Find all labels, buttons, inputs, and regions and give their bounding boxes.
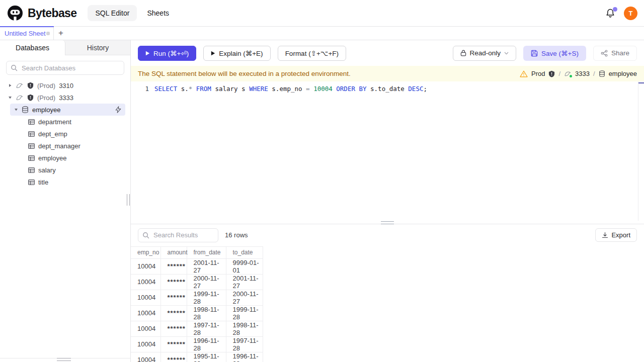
nav-sheets[interactable]: Sheets — [143, 5, 173, 21]
share-button[interactable]: Share — [593, 46, 637, 61]
editor-panel: Run (⌘+⏎) Explain (⌘+E) Format (⇧+⌥+F) R… — [131, 40, 644, 362]
cell[interactable]: 2001-11-27 — [226, 274, 263, 290]
table-icon — [28, 143, 35, 149]
cell[interactable]: 2000-11-27 — [187, 274, 226, 290]
explain-button-label: Explain (⌘+E) — [219, 49, 263, 57]
caret-right-icon[interactable] — [8, 83, 12, 87]
play-icon — [145, 51, 150, 56]
cell-masked[interactable]: ****** — [160, 258, 187, 274]
breadcrumb-separator: / — [558, 70, 560, 77]
sql-line[interactable]: 1 SELECT s.* FROM salary s WHERE s.emp_n… — [131, 82, 644, 95]
cell[interactable]: 1997-11-28 — [187, 321, 226, 336]
cell[interactable]: 1998-11-28 — [187, 305, 226, 321]
editor-toolbar: Run (⌘+⏎) Explain (⌘+E) Format (⇧+⌥+F) R… — [131, 40, 644, 66]
breadcrumb-environment: Prod — [531, 70, 545, 77]
cell[interactable]: 1995-11-29 — [187, 352, 226, 362]
tree-table-dept-manager[interactable]: dept_manager — [0, 140, 130, 152]
cell[interactable]: 10004 — [131, 305, 160, 321]
tree-instance-3333[interactable]: (Prod) 3333 — [0, 92, 130, 104]
mysql-status — [564, 70, 572, 77]
tree-table-dept-emp[interactable]: dept_emp — [0, 128, 130, 140]
cell[interactable]: 10004 — [131, 321, 160, 336]
cell[interactable]: 1997-11-28 — [226, 336, 263, 352]
cell[interactable]: 2001-11-27 — [187, 258, 226, 274]
tree-table-department[interactable]: department — [0, 116, 130, 128]
mysql-icon — [16, 94, 24, 102]
cell-masked[interactable]: ****** — [160, 321, 187, 336]
connect-bolt-icon[interactable] — [115, 106, 121, 113]
cell-masked[interactable]: ****** — [160, 336, 187, 352]
run-button-label: Run (⌘+⏎) — [153, 49, 189, 57]
banner-message: The SQL statement below will be executed… — [138, 70, 351, 77]
tab-history[interactable]: History — [65, 40, 130, 55]
sidebar-resize-handle[interactable] — [127, 194, 130, 206]
database-icon — [22, 106, 29, 113]
instance-environment: (Prod) — [37, 94, 55, 102]
instance-name: 3333 — [59, 94, 73, 102]
cell[interactable]: 9999-01-01 — [226, 258, 263, 274]
table-name: department — [38, 118, 71, 126]
environment-shield-icon — [27, 94, 34, 101]
export-button[interactable]: Export — [595, 228, 637, 242]
results-resize-divider[interactable] — [131, 221, 644, 224]
environment-shield-icon — [27, 82, 34, 89]
cell[interactable]: 1999-11-28 — [226, 305, 263, 321]
explain-button[interactable]: Explain (⌘+E) — [203, 46, 270, 61]
environment-shield-icon — [548, 70, 555, 77]
search-results-input[interactable] — [138, 228, 218, 242]
bytebase-brand[interactable]: Bytebase — [7, 5, 76, 21]
tab-databases[interactable]: Databases — [0, 40, 65, 55]
play-icon — [211, 51, 215, 56]
breadcrumb-instance: 3333 — [575, 70, 590, 77]
cell[interactable]: 10004 — [131, 290, 160, 305]
cell[interactable]: 1996-11-28 — [187, 336, 226, 352]
notifications-button[interactable] — [605, 8, 616, 19]
cell[interactable]: 10004 — [131, 352, 160, 362]
database-name: employee — [32, 106, 60, 114]
format-button-label: Format (⇧+⌥+F) — [285, 49, 339, 57]
sidebar: Databases History (Prod) — [0, 40, 131, 362]
search-databases-input[interactable] — [6, 61, 124, 75]
caret-down-icon[interactable] — [14, 108, 18, 112]
tree-table-employee[interactable]: employee — [0, 152, 130, 164]
sql-code-editor[interactable]: 1 SELECT s.* FROM salary s WHERE s.emp_n… — [131, 81, 644, 221]
top-bar-right: T — [605, 7, 637, 20]
results-header: 16 rows Export — [131, 224, 644, 246]
tree-database-employee[interactable]: employee — [10, 104, 125, 116]
caret-down-icon[interactable] — [8, 96, 12, 100]
tree-instance-3310[interactable]: (Prod) 3310 — [0, 79, 130, 92]
table-icon — [28, 167, 35, 173]
cell-masked[interactable]: ****** — [160, 305, 187, 321]
table-row: 10004 ****** 1995-11-29 1996-11-28 — [131, 352, 263, 362]
search-icon — [142, 232, 149, 239]
tab-untitled-sheet[interactable]: Untitled Sheet — [0, 27, 54, 40]
format-button[interactable]: Format (⇧+⌥+F) — [278, 46, 346, 61]
tree-table-salary[interactable]: salary — [0, 164, 130, 176]
run-button[interactable]: Run (⌘+⏎) — [138, 46, 196, 61]
cell[interactable]: 10004 — [131, 336, 160, 352]
cell[interactable]: 1999-11-28 — [187, 290, 226, 305]
save-button[interactable]: Save (⌘+S) — [523, 46, 586, 61]
download-icon — [602, 232, 608, 238]
brand-name: Bytebase — [28, 7, 76, 20]
editor-scrollbar[interactable] — [638, 81, 644, 221]
cell[interactable]: 1998-11-28 — [226, 321, 263, 336]
sidebar-bottom-resize-handle[interactable] — [57, 358, 71, 361]
cell-masked[interactable]: ****** — [160, 290, 187, 305]
top-nav: SQL Editor Sheets — [88, 5, 173, 21]
avatar[interactable]: T — [624, 7, 637, 20]
new-sheet-button[interactable]: + — [54, 27, 68, 40]
cell[interactable]: 10004 — [131, 258, 160, 274]
nav-sql-editor[interactable]: SQL Editor — [88, 5, 137, 21]
connection-breadcrumb: Prod / 3333 / — [520, 70, 637, 77]
cell-masked[interactable]: ****** — [160, 274, 187, 290]
protected-env-banner: The SQL statement below will be executed… — [131, 66, 644, 81]
readonly-mode-button[interactable]: Read-only — [453, 46, 517, 61]
cell[interactable]: 10004 — [131, 274, 160, 290]
cell[interactable]: 2000-11-27 — [226, 290, 263, 305]
table-name: title — [38, 178, 48, 186]
cell[interactable]: 1996-11-28 — [226, 352, 263, 362]
export-button-label: Export — [611, 231, 630, 239]
tree-table-title[interactable]: title — [0, 176, 130, 188]
cell-masked[interactable]: ****** — [160, 352, 187, 362]
